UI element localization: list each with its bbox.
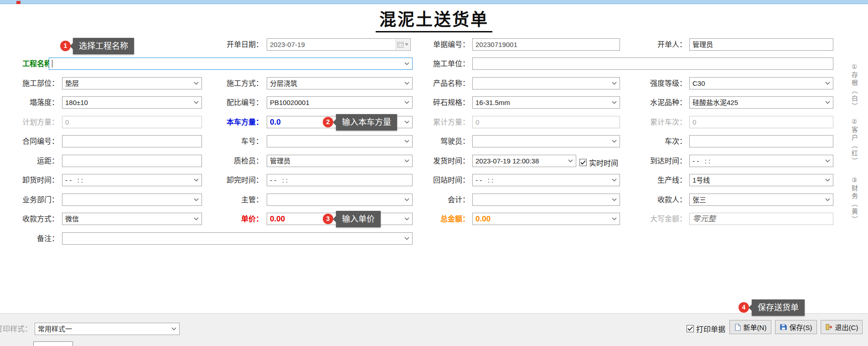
exit-door-icon	[825, 324, 832, 330]
field-label-truck-no: 车号：	[172, 135, 263, 147]
field-label-cement-type: 水泥品种：	[595, 96, 687, 109]
arrival-time-combobox[interactable]: - - : :	[689, 155, 833, 167]
tooltip-select-project: 选择工程名称	[73, 38, 134, 54]
new-doc-button[interactable]: 新单(N)	[729, 320, 771, 334]
field-label-payee: 收款人：	[595, 194, 687, 206]
print-doc-checkbox[interactable]: 打印单据	[687, 323, 725, 334]
strength-grade-combobox[interactable]: C30	[689, 77, 833, 89]
construction-unit-input[interactable]	[472, 58, 833, 70]
ship-time-combobox[interactable]: 2023-07-19 12:00:38	[472, 155, 576, 167]
text-caret	[52, 60, 52, 68]
field-label-unit-price: 单价：	[172, 213, 263, 225]
field-label-arrival-time: 到达时间：	[595, 155, 687, 167]
delivery-note-window: 混泥土送货单 开单日期： 2023-07-19 单据编号： 2023071900…	[0, 0, 868, 346]
save-button[interactable]: 保存(S)	[775, 320, 817, 334]
chevron-down-icon	[404, 237, 409, 240]
print-doc-checkbox-label: 打印单据	[696, 323, 725, 334]
field-label-production-line: 生产线：	[595, 174, 687, 186]
field-label-construction-part: 施工部位：	[0, 77, 59, 89]
field-label-doc-number: 单据编号：	[378, 38, 470, 51]
payee-combobox[interactable]: 张三	[689, 194, 833, 206]
field-label-total-amount: 总金额：	[378, 213, 470, 225]
field-label-distance: 运距：	[0, 155, 59, 167]
field-label-construction-unit: 施工单位：	[378, 58, 470, 70]
field-label-open-date: 开单日期：	[172, 38, 263, 51]
field-label-qc-inspector: 质检员：	[172, 155, 263, 167]
field-label-issuer: 开单人：	[595, 38, 687, 51]
field-label-payment-method: 收款方式：	[0, 213, 59, 225]
step-badge-1: 1	[60, 41, 71, 51]
field-label-accountant: 会计：	[378, 194, 470, 206]
chevron-down-icon	[825, 159, 830, 163]
chevron-down-icon	[825, 198, 830, 201]
top-left-red-marker	[16, 1, 21, 4]
field-label-gravel-spec: 碎石规格：	[378, 96, 470, 109]
field-label-amount-in-words: 大写金额：	[595, 213, 687, 225]
clipped-dropdown-remnant	[33, 341, 73, 346]
field-label-ship-time: 发货时间：	[378, 155, 470, 167]
checkbox-box	[579, 159, 587, 166]
production-line-combobox[interactable]: 1号线	[689, 174, 833, 186]
field-label-unload-start-time: 卸货时间：	[0, 174, 59, 186]
field-label-planned-volume: 计划方量：	[0, 116, 59, 128]
total-trips-input: 0	[689, 116, 833, 128]
checkbox-box	[687, 325, 694, 332]
field-label-strength-grade: 强度等级：	[595, 77, 687, 89]
chevron-down-icon	[825, 178, 830, 182]
copy-note-customer-red: ②客户（红）	[850, 118, 859, 165]
field-label-business-dept: 业务部门：	[0, 194, 59, 206]
exit-button[interactable]: 退出(C)	[821, 320, 863, 334]
remarks-combobox[interactable]	[62, 232, 413, 245]
tooltip-enter-unit-price: 输入单价	[336, 211, 381, 227]
copy-note-stub-white: ①存根（白）	[850, 63, 859, 110]
step-badge-2: 2	[323, 117, 333, 127]
window-top-strip	[0, 0, 868, 4]
checkmark-icon	[580, 160, 586, 165]
project-name-combobox[interactable]	[49, 58, 413, 70]
field-label-product-name: 产品名称：	[378, 77, 470, 89]
page-title: 混泥土送货单	[0, 6, 868, 31]
trip-no-input[interactable]	[689, 135, 833, 147]
new-document-icon	[734, 324, 741, 331]
field-label-mix-ratio-no: 配比编号：	[172, 96, 263, 109]
issuer-input[interactable]: 管理员	[689, 38, 833, 51]
field-label-truck-volume: 本车方量：	[172, 116, 263, 128]
amount-in-words-input: 零元整	[689, 213, 833, 225]
step-badge-4: 4	[739, 302, 749, 313]
field-label-supervisor: 主管：	[172, 194, 263, 206]
field-label-trip-no: 车次：	[595, 135, 687, 147]
print-style-combobox[interactable]: 常用样式一	[35, 323, 180, 335]
field-label-construction-method: 施工方式：	[172, 77, 263, 89]
chevron-down-icon	[171, 327, 176, 330]
save-floppy-icon	[780, 324, 787, 330]
cement-type-combobox[interactable]: 硅酸盐水泥425	[689, 96, 833, 109]
chevron-down-icon	[568, 159, 573, 163]
field-label-unload-end-time: 卸完时间：	[172, 174, 263, 186]
checkmark-icon	[687, 326, 693, 331]
field-label-contract-no: 合同编号：	[0, 135, 59, 147]
chevron-down-icon	[825, 82, 830, 85]
chevron-down-icon	[825, 101, 830, 104]
tooltip-enter-truck-volume: 输入本车方量	[336, 114, 397, 131]
copy-note-finance-yellow: ③财务（黄）	[850, 176, 859, 224]
field-label-driver: 驾驶员：	[378, 135, 470, 147]
field-label-slump: 塌落度：	[0, 96, 59, 109]
field-label-return-time: 回站时间：	[378, 174, 470, 186]
print-style-label: 打印样式：	[0, 323, 32, 335]
tooltip-save-delivery-note: 保存送货单	[752, 299, 805, 316]
step-badge-3: 3	[323, 214, 333, 224]
field-label-remarks: 备注：	[0, 232, 59, 245]
field-label-total-trips: 累计车次：	[595, 116, 687, 128]
